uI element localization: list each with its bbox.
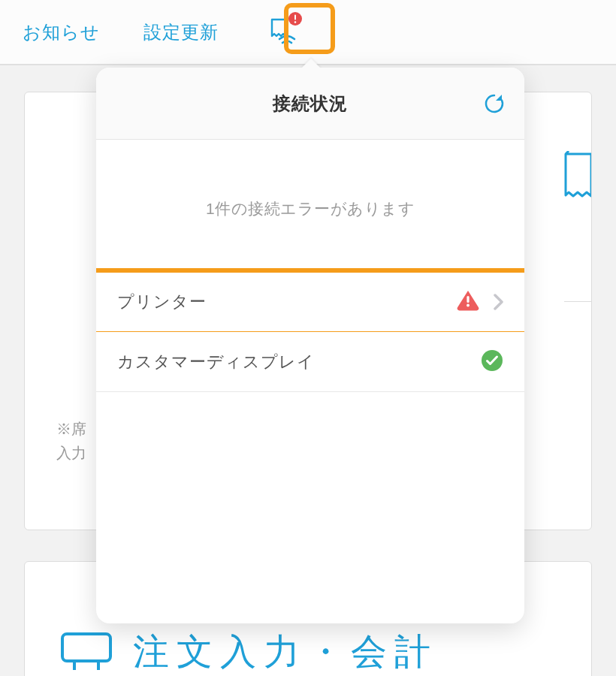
tutorial-highlight-status-icon <box>284 3 335 54</box>
chevron-right-icon <box>493 294 503 310</box>
hint-text: ※席 入力 <box>56 417 86 465</box>
refresh-button[interactable] <box>481 90 508 117</box>
popover-title: 接続状況 <box>273 92 348 116</box>
nav-settings-update[interactable]: 設定更新 <box>143 20 219 44</box>
warning-triangle-icon <box>457 290 479 314</box>
device-row-customer-display[interactable]: カスタマーディスプレイ <box>96 332 524 392</box>
device-label: プリンター <box>117 291 457 313</box>
receipt-icon <box>564 151 591 205</box>
check-circle-icon <box>481 349 503 375</box>
device-list: プリンター カスタマーディスプレイ <box>96 272 524 392</box>
order-entry-label: 注文入力・会計 <box>133 628 438 676</box>
refresh-icon <box>483 92 506 115</box>
error-summary-text: 1件の接続エラーがあります <box>96 140 524 272</box>
device-label: カスタマーディスプレイ <box>117 351 481 373</box>
connection-status-popover: 接続状況 1件の接続エラーがあります プリンター <box>96 68 524 623</box>
svg-rect-4 <box>62 634 110 661</box>
order-screen-icon <box>59 629 113 674</box>
device-row-printer[interactable]: プリンター <box>96 272 524 332</box>
popover-header: 接続状況 <box>96 68 524 140</box>
svg-point-6 <box>467 304 470 307</box>
nav-notices[interactable]: お知らせ <box>23 20 100 44</box>
svg-rect-5 <box>467 296 469 303</box>
